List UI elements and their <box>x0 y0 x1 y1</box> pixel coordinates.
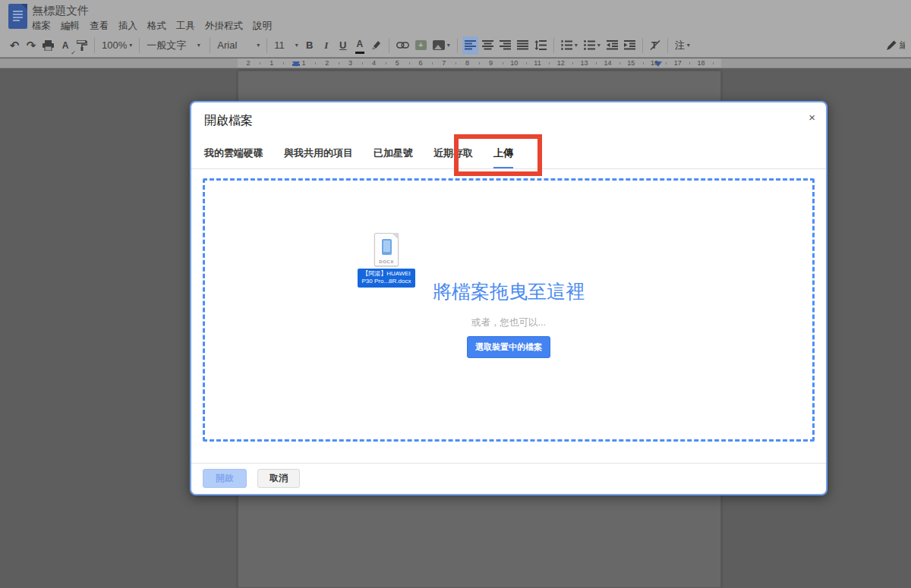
menu-item-edit[interactable]: 編輯 <box>61 20 80 33</box>
ruler-tick <box>572 62 573 64</box>
menu-item-addons[interactable]: 外掛程式 <box>205 20 243 33</box>
ruler-tick <box>315 62 316 64</box>
italic-button[interactable]: I <box>319 36 334 55</box>
ruler-tick <box>689 62 690 64</box>
screen: 無標題文件 檔案 編輯 查看 插入 格式 工具 外掛程式 說明 ↶ ↷ A✓ 1… <box>0 0 911 588</box>
docx-file-icon: DOCX <box>374 233 399 266</box>
file-name-line1: 【阿湯】HUAWEI <box>359 270 414 278</box>
ruler-number: 6 <box>418 59 422 67</box>
footer-divider <box>191 463 826 464</box>
align-left-button[interactable] <box>462 36 478 55</box>
increase-indent-button[interactable] <box>622 36 638 55</box>
menu-item-format[interactable]: 格式 <box>147 20 166 33</box>
align-center-button[interactable] <box>480 36 496 55</box>
align-right-button[interactable] <box>497 36 513 55</box>
ruler-tick <box>549 62 550 64</box>
menu-bar: 檔案 編輯 查看 插入 格式 工具 外掛程式 說明 <box>32 20 282 33</box>
ruler-tick <box>362 62 363 64</box>
ruler-tick <box>386 62 386 64</box>
bulleted-list-button[interactable]: ▾ <box>582 36 603 55</box>
print-icon[interactable] <box>40 36 56 55</box>
ruler-tick <box>643 62 644 64</box>
ruler-number: 14 <box>604 59 611 67</box>
chevron-down-icon: ▾ <box>687 42 690 49</box>
ruler-number: 1 <box>270 59 273 67</box>
file-type-label: DOCX <box>375 259 398 264</box>
menu-item-help[interactable]: 說明 <box>253 20 272 33</box>
line-spacing-icon[interactable] <box>532 36 549 55</box>
ruler-number: 8 <box>465 59 469 67</box>
docs-icon-fold <box>21 4 27 10</box>
menu-item-file[interactable]: 檔案 <box>32 20 51 33</box>
text-color-button[interactable]: A <box>352 36 367 55</box>
ruler-tick <box>713 62 714 64</box>
chevron-down-icon: ▾ <box>197 42 200 49</box>
insert-link-icon[interactable] <box>394 36 411 55</box>
spellcheck-icon[interactable]: A✓ <box>58 36 73 55</box>
toolbar: ↶ ↷ A✓ 100%▾ 一般文字 ▾ Arial▾ 11▾ B I U A +… <box>0 33 911 58</box>
chevron-down-icon: ▾ <box>447 42 450 49</box>
open-button-disabled[interactable]: 開啟 <box>203 469 247 488</box>
titlebar: 無標題文件 檔案 編輯 查看 插入 格式 工具 外掛程式 說明 <box>0 0 911 33</box>
paragraph-style-select[interactable]: 一般文字 <box>144 36 188 55</box>
ruler-tick <box>596 62 597 64</box>
decrease-indent-button[interactable] <box>604 36 620 55</box>
ruler-number: 9 <box>489 59 493 67</box>
close-icon[interactable]: × <box>809 112 815 123</box>
paint-format-icon[interactable] <box>74 36 90 55</box>
editing-mode-pencil-icon[interactable] <box>884 36 899 55</box>
undo-icon[interactable]: ↶ <box>7 36 22 55</box>
ruler-tick <box>479 62 480 64</box>
font-size-select[interactable]: 11▾ <box>272 36 301 55</box>
tab-shared-with-me[interactable]: 與我共用的項目 <box>284 146 353 169</box>
ruler-tick <box>456 62 456 64</box>
ruler-number: 3 <box>348 59 352 67</box>
font-select[interactable]: Arial▾ <box>215 36 262 55</box>
drag-files-here-text: 將檔案拖曳至這裡 <box>205 279 812 304</box>
ruler-tick <box>339 62 339 64</box>
ruler-number: 10 <box>510 59 518 67</box>
highlight-color-icon[interactable] <box>369 36 384 55</box>
editing-mode-label-clipped[interactable]: 編 <box>900 39 905 52</box>
red-highlight-box <box>454 134 542 176</box>
ruler-number: 18 <box>698 59 705 67</box>
menu-item-insert[interactable]: 插入 <box>118 20 137 33</box>
ruler-number: 17 <box>674 59 682 67</box>
annotate-menu[interactable]: 注▾ <box>673 36 692 55</box>
clear-formatting-icon[interactable]: T <box>648 36 663 55</box>
or-you-can-text: 或者，您也可以... <box>205 316 812 329</box>
menu-item-tools[interactable]: 工具 <box>176 20 195 33</box>
upload-dropzone[interactable]: DOCX 【阿湯】HUAWEI P30 Pro...8R.docx 將檔案拖曳至… <box>203 178 815 442</box>
chevron-down-icon: ▾ <box>257 42 260 49</box>
ruler-number: 5 <box>396 59 399 67</box>
menu-item-view[interactable]: 查看 <box>90 20 109 33</box>
bold-button[interactable]: B <box>302 36 317 55</box>
align-justify-button[interactable] <box>515 36 531 55</box>
zoom-select[interactable]: 100%▾ <box>99 36 134 55</box>
ruler-tick <box>409 62 410 64</box>
ruler-tick <box>260 62 260 64</box>
cancel-button[interactable]: 取消 <box>257 469 300 488</box>
chevron-down-icon: ▾ <box>129 42 132 49</box>
ruler: 21123456789101112131415161718 <box>0 58 911 68</box>
insert-comment-icon[interactable]: + <box>413 36 429 55</box>
select-device-file-button[interactable]: 選取裝置中的檔案 <box>467 336 550 358</box>
underline-button[interactable]: U <box>336 36 351 55</box>
paragraph-style-caret[interactable]: ▾ <box>190 36 205 55</box>
tab-my-drive[interactable]: 我的雲端硬碟 <box>204 146 263 169</box>
left-indent-marker[interactable] <box>292 61 300 67</box>
ruler-number: 12 <box>557 59 565 67</box>
ruler-tick <box>526 62 527 64</box>
ruler-number: 4 <box>372 59 376 67</box>
ruler-number: 13 <box>581 59 588 67</box>
tab-starred[interactable]: 已加星號 <box>374 146 413 169</box>
numbered-list-button[interactable]: ▾ <box>559 36 580 55</box>
google-docs-icon[interactable] <box>8 4 27 29</box>
ruler-number: 2 <box>246 59 250 67</box>
document-title[interactable]: 無標題文件 <box>32 4 89 18</box>
ruler-tick <box>283 62 284 64</box>
ruler-number: 11 <box>534 59 541 67</box>
chevron-down-icon: ▾ <box>575 42 578 49</box>
redo-icon[interactable]: ↷ <box>24 36 39 55</box>
insert-image-icon[interactable]: ▾ <box>430 36 452 55</box>
